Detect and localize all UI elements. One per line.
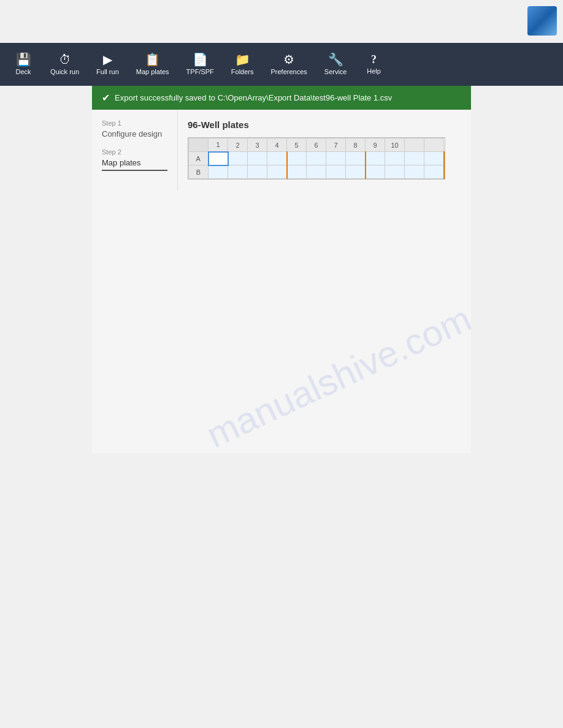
map-plates-label: Map plates	[136, 68, 169, 75]
well-cell[interactable]	[405, 152, 424, 165]
step2-name[interactable]: Map plates	[102, 158, 167, 171]
service-label: Service	[324, 68, 347, 75]
well-cell[interactable]	[326, 152, 346, 165]
well-cell[interactable]	[326, 165, 346, 179]
step1-label: Step 1	[102, 119, 167, 127]
app-logo	[527, 6, 557, 36]
well-cell[interactable]	[385, 152, 405, 165]
toolbar-item-service[interactable]: 🔧 Service	[316, 43, 356, 86]
plate-title: 96-Well plates	[188, 119, 461, 130]
help-icon: ?	[371, 54, 377, 65]
well-cell[interactable]	[366, 165, 385, 179]
well-cell[interactable]	[287, 152, 307, 165]
deck-label: Deck	[15, 68, 31, 75]
step1-name[interactable]: Configure design	[102, 129, 167, 138]
toolbar-item-folders[interactable]: 📁 Folders	[223, 43, 262, 86]
content-area: 96-Well plates 12345678910AB	[178, 110, 471, 191]
well-cell[interactable]	[228, 165, 248, 179]
well-cell[interactable]	[424, 152, 444, 165]
success-banner: ✔ Export successfully saved to C:\OpenAr…	[92, 86, 471, 110]
help-label: Help	[367, 67, 381, 75]
toolbar-item-help[interactable]: ? Help	[356, 43, 393, 86]
well-cell[interactable]	[366, 152, 385, 165]
map-plates-icon: 📋	[145, 53, 160, 66]
success-message: Export successfully saved to C:\OpenArra…	[115, 93, 392, 102]
well-cell[interactable]	[307, 165, 326, 179]
tpf-spf-label: TPF/SPF	[186, 68, 214, 75]
full-run-label: Full run	[96, 68, 119, 75]
toolbar-item-preferences[interactable]: ⚙ Preferences	[262, 43, 316, 86]
toolbar-item-quick-run[interactable]: ⏱ Quick run	[42, 43, 88, 86]
well-cell[interactable]	[267, 152, 287, 165]
full-run-icon: ▶	[103, 53, 112, 66]
folders-icon: 📁	[235, 53, 250, 66]
preferences-label: Preferences	[271, 68, 307, 75]
toolbar: 💾 Deck ⏱ Quick run ▶ Full run 📋 Map plat…	[0, 43, 563, 86]
well-cell[interactable]	[248, 152, 267, 165]
well-cell[interactable]	[405, 165, 424, 179]
well-cell[interactable]	[346, 165, 366, 179]
well-cell[interactable]	[267, 165, 287, 179]
success-icon: ✔	[102, 92, 110, 104]
toolbar-item-map-plates[interactable]: 📋 Map plates	[128, 43, 178, 86]
main-content: ✔ Export successfully saved to C:\OpenAr…	[92, 86, 471, 453]
sidebar: Step 1 Configure design Step 2 Map plate…	[92, 110, 178, 191]
well-cell[interactable]	[307, 152, 326, 165]
preferences-icon: ⚙	[283, 53, 294, 66]
deck-icon: 💾	[16, 53, 31, 66]
step2-item: Step 2 Map plates	[102, 148, 167, 171]
service-icon: 🔧	[328, 53, 343, 66]
plate-grid: 12345678910AB	[188, 137, 445, 180]
well-cell[interactable]	[228, 152, 248, 165]
steps-container: Step 1 Configure design Step 2 Map plate…	[92, 110, 471, 191]
well-cell[interactable]	[209, 152, 228, 165]
well-cell[interactable]	[385, 165, 405, 179]
step2-label: Step 2	[102, 148, 167, 156]
well-cell[interactable]	[287, 165, 307, 179]
toolbar-item-full-run[interactable]: ▶ Full run	[88, 43, 128, 86]
folders-label: Folders	[231, 68, 254, 75]
toolbar-item-deck[interactable]: 💾 Deck	[5, 43, 42, 86]
toolbar-item-tpf-spf[interactable]: 📄 TPF/SPF	[178, 43, 223, 86]
well-cell[interactable]	[424, 165, 444, 179]
quick-run-icon: ⏱	[59, 53, 71, 66]
well-cell[interactable]	[209, 165, 228, 179]
step1-item: Step 1 Configure design	[102, 119, 167, 138]
table-row: A	[189, 152, 444, 165]
well-cell[interactable]	[248, 165, 267, 179]
well-cell[interactable]	[346, 152, 366, 165]
table-row: B	[189, 165, 444, 179]
tpf-spf-icon: 📄	[193, 53, 208, 66]
quick-run-label: Quick run	[50, 68, 79, 75]
